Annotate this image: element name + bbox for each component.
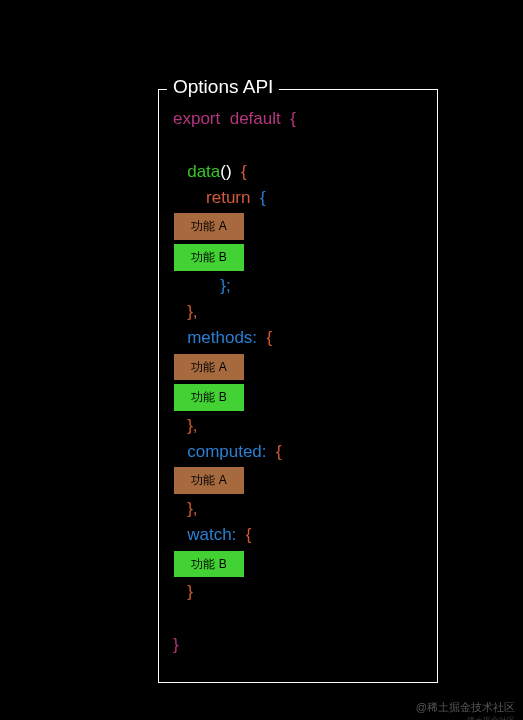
fn-data: data <box>187 162 220 181</box>
brace: } <box>187 582 193 601</box>
line-badge: 功能 B <box>173 549 423 580</box>
line-return: return { <box>173 185 423 211</box>
brace: { <box>246 525 252 544</box>
comma: , <box>193 302 198 321</box>
line-close-data: }, <box>173 299 423 325</box>
line-badge: 功能 B <box>173 382 423 413</box>
brace: { <box>260 188 266 207</box>
line-close-methods: }, <box>173 413 423 439</box>
line-close-watch: } <box>173 579 423 605</box>
brace: { <box>241 162 247 181</box>
options-api-panel: Options API export default { data() { re… <box>158 89 438 683</box>
key-watch: watch: <box>187 525 236 544</box>
line-data: data() { <box>173 159 423 185</box>
line-badge: 功能 B <box>173 242 423 273</box>
code-block: export default { data() { return { 功能 A … <box>159 90 437 668</box>
line-badge: 功能 A <box>173 352 423 383</box>
comma: , <box>193 499 198 518</box>
brace: } <box>173 635 179 654</box>
line-close-return: }; <box>173 273 423 299</box>
keyword-export: export <box>173 109 220 128</box>
comma: , <box>193 416 198 435</box>
watermark: @稀土掘金技术社区 <box>416 700 515 715</box>
line-computed: computed: { <box>173 439 423 465</box>
brace: { <box>267 328 273 347</box>
parens: () <box>220 162 231 181</box>
watermark-sub: 稀土掘金社区 <box>467 715 515 720</box>
line-close-computed: }, <box>173 496 423 522</box>
semicolon: ; <box>226 276 231 295</box>
line-close-export: } <box>173 632 423 658</box>
line-blank <box>173 132 423 158</box>
feature-b-badge: 功能 B <box>173 383 245 412</box>
line-blank <box>173 606 423 632</box>
feature-b-badge: 功能 B <box>173 550 245 579</box>
keyword-return: return <box>206 188 250 207</box>
line-export: export default { <box>173 106 423 132</box>
line-watch: watch: { <box>173 522 423 548</box>
feature-a-badge: 功能 A <box>173 466 245 495</box>
line-badge: 功能 A <box>173 465 423 496</box>
panel-title: Options API <box>167 76 279 98</box>
feature-a-badge: 功能 A <box>173 353 245 382</box>
brace: { <box>290 109 296 128</box>
feature-b-badge: 功能 B <box>173 243 245 272</box>
key-methods: methods: <box>187 328 257 347</box>
line-badge: 功能 A <box>173 211 423 242</box>
key-computed: computed: <box>187 442 266 461</box>
brace: { <box>276 442 282 461</box>
keyword-default: default <box>230 109 281 128</box>
feature-a-badge: 功能 A <box>173 212 245 241</box>
line-methods: methods: { <box>173 325 423 351</box>
